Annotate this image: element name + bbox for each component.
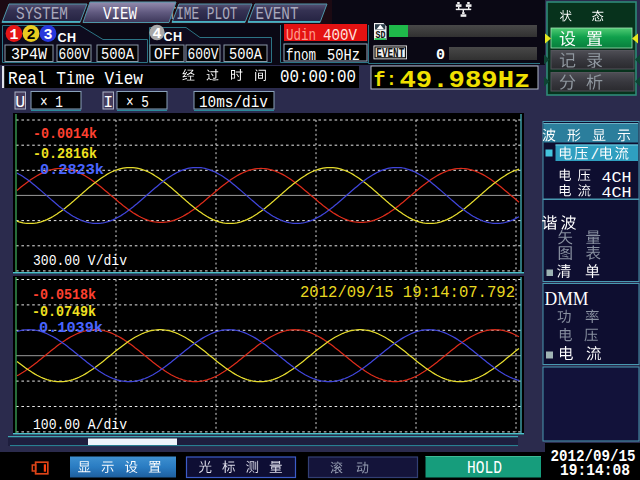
svg-text::: : <box>386 70 397 90</box>
svg-text:/: / <box>591 147 600 163</box>
svg-text:CH: CH <box>57 31 76 45</box>
svg-text:TIME PLOT: TIME PLOT <box>169 4 238 24</box>
svg-text:× 1: × 1 <box>40 94 63 112</box>
svg-text:Udin: Udin <box>286 26 316 45</box>
svg-text:0.2823k: 0.2823k <box>40 161 104 179</box>
svg-text:-0.0518k: -0.0518k <box>32 286 96 304</box>
svg-text:49.989Hz: 49.989Hz <box>400 68 531 94</box>
svg-text:10ms/div: 10ms/div <box>199 93 268 112</box>
svg-text:DMM: DMM <box>545 288 589 309</box>
svg-text:100.00 A/div: 100.00 A/div <box>33 417 127 434</box>
svg-text:500A: 500A <box>229 45 263 64</box>
svg-text:3P4W: 3P4W <box>11 45 48 64</box>
svg-text:0.1039k: 0.1039k <box>39 319 103 337</box>
svg-text:× 5: × 5 <box>126 94 149 112</box>
svg-text:OFF: OFF <box>154 45 180 64</box>
svg-text:00:00:00: 00:00:00 <box>280 67 356 87</box>
svg-text:4: 4 <box>152 26 161 43</box>
svg-text:0: 0 <box>436 47 445 64</box>
svg-text:VIEW: VIEW <box>103 4 137 24</box>
svg-text:3: 3 <box>43 27 52 44</box>
svg-text:I: I <box>103 93 113 112</box>
svg-text:50Hz: 50Hz <box>327 46 360 65</box>
svg-text:19:14:08: 19:14:08 <box>560 462 630 480</box>
svg-text:500A: 500A <box>101 45 135 64</box>
svg-text:HOLD: HOLD <box>467 458 502 478</box>
svg-text:CH: CH <box>163 30 182 44</box>
svg-text:f: f <box>374 69 386 92</box>
svg-text:300.00 V/div: 300.00 V/div <box>33 253 127 270</box>
svg-text:600V: 600V <box>188 45 220 64</box>
svg-text:EVENT: EVENT <box>376 47 404 61</box>
svg-text:EVENT: EVENT <box>256 4 299 24</box>
svg-text:1: 1 <box>9 27 18 44</box>
svg-text:2012/09/15 19:14:07.792: 2012/09/15 19:14:07.792 <box>300 284 515 302</box>
svg-text:Real Time View: Real Time View <box>8 69 143 89</box>
svg-text:SYSTEM: SYSTEM <box>16 4 68 24</box>
svg-text:fnom: fnom <box>286 46 316 65</box>
svg-text:400V: 400V <box>323 26 358 45</box>
svg-text:600V: 600V <box>59 45 91 64</box>
svg-text:2: 2 <box>26 27 35 44</box>
svg-text:-0.0014k: -0.0014k <box>33 125 97 143</box>
svg-text:U: U <box>15 93 25 112</box>
